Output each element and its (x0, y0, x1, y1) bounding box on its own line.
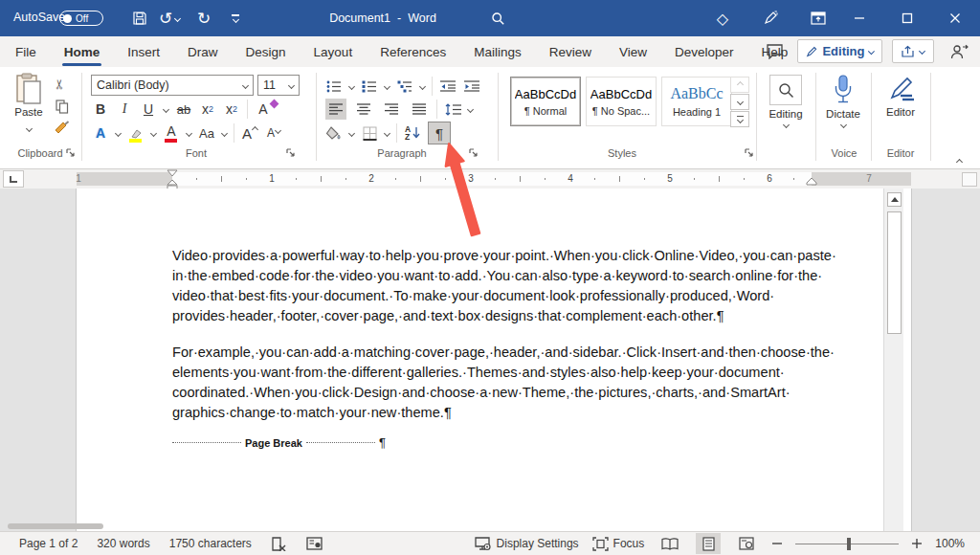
zoom-level[interactable]: 100% (935, 537, 965, 550)
superscript-button[interactable]: x2 (223, 99, 240, 120)
proofing-status-button[interactable] (271, 537, 287, 551)
first-line-indent-marker[interactable] (167, 169, 178, 177)
tab-design[interactable]: Design (244, 36, 288, 67)
zoom-in-button[interactable] (912, 539, 922, 548)
increase-indent-button[interactable] (463, 76, 480, 97)
borders-button[interactable] (361, 122, 378, 144)
subscript-button[interactable]: x2 (199, 99, 216, 120)
scroll-up-button[interactable] (887, 192, 902, 207)
underline-dropdown-chevron-icon[interactable] (163, 105, 169, 112)
text-effects-chevron-icon[interactable] (115, 129, 122, 136)
editing-group-button[interactable]: Editing (760, 75, 812, 127)
tab-view[interactable]: View (617, 36, 649, 67)
editing-mode-dropdown[interactable]: Editing (797, 39, 882, 63)
styles-scroll-up-button[interactable] (730, 77, 749, 93)
italic-button[interactable]: I (116, 99, 133, 120)
shrink-font-button[interactable]: A (265, 122, 282, 144)
cut-button[interactable]: ✂ (54, 76, 65, 93)
collapse-ribbon-button[interactable] (957, 151, 962, 168)
web-layout-button[interactable] (734, 533, 759, 554)
premium-button[interactable]: ◇ (708, 0, 737, 36)
tab-stop-selector[interactable] (3, 170, 24, 188)
justify-button[interactable] (409, 99, 430, 120)
zoom-slider-handle[interactable] (847, 538, 851, 550)
show-formatting-marks-button[interactable]: ¶ (428, 122, 451, 144)
tab-home[interactable]: Home (62, 36, 102, 67)
change-case-chevron-icon[interactable] (221, 129, 228, 136)
tab-review[interactable]: Review (547, 36, 593, 67)
tab-insert[interactable]: Insert (125, 36, 162, 67)
grow-font-button[interactable]: A (241, 122, 258, 144)
document-page[interactable]: Video·provides·a·powerful·way·to·help·yo… (77, 189, 911, 531)
close-button[interactable] (938, 0, 972, 36)
styles-scroll-down-button[interactable] (730, 94, 749, 110)
save-button[interactable] (126, 0, 153, 36)
ribbon-display-options-button[interactable] (804, 0, 833, 36)
presence-button[interactable] (949, 44, 969, 59)
comments-button[interactable] (766, 43, 784, 59)
multilevel-list-button[interactable] (396, 76, 413, 97)
styles-dialog-launcher[interactable] (744, 147, 755, 159)
copy-button[interactable] (56, 100, 69, 114)
bullets-chevron-icon[interactable] (348, 82, 355, 89)
maximize-button[interactable] (890, 0, 924, 36)
style-heading1[interactable]: AaBbCc Heading 1 (661, 77, 732, 126)
page-indicator[interactable]: Page 1 of 2 (19, 537, 78, 550)
paragraph-dialog-launcher[interactable] (468, 147, 479, 159)
print-layout-button[interactable] (696, 533, 721, 554)
right-indent-marker[interactable] (806, 177, 817, 186)
bullets-button[interactable] (325, 76, 343, 97)
character-count[interactable]: 1750 characters (169, 537, 252, 550)
multilevel-chevron-icon[interactable] (419, 82, 426, 89)
font-color-chevron-icon[interactable] (186, 129, 192, 136)
clear-formatting-button[interactable]: A (255, 99, 272, 120)
redo-button[interactable]: ↻ (191, 0, 216, 36)
font-name-combobox[interactable]: Calibri (Body) (91, 75, 254, 96)
font-size-combobox[interactable]: 11 (257, 75, 300, 96)
numbering-chevron-icon[interactable] (384, 82, 390, 89)
autosave-toggle[interactable]: Off (59, 11, 103, 26)
read-mode-button[interactable] (657, 533, 682, 554)
customize-quick-access-button[interactable] (224, 0, 247, 36)
highlight-chevron-icon[interactable] (150, 129, 157, 136)
horizontal-scrollbar-thumb[interactable] (8, 523, 103, 529)
bold-button[interactable]: B (92, 99, 109, 120)
style-normal[interactable]: AaBbCcDd ¶ Normal (510, 77, 581, 126)
paragraph-2[interactable]: For·example,·you·can·add·a·matching·cove… (172, 343, 819, 423)
tab-references[interactable]: References (378, 36, 448, 67)
tab-developer[interactable]: Developer (673, 36, 736, 67)
highlight-button[interactable] (127, 122, 145, 144)
shading-chevron-icon[interactable] (348, 129, 355, 136)
vertical-scrollbar-thumb[interactable] (887, 211, 902, 334)
font-dialog-launcher[interactable] (285, 147, 297, 159)
paragraph-1[interactable]: Video·provides·a·powerful·way·to·help·yo… (172, 246, 819, 326)
text-effects-button[interactable]: A (92, 122, 109, 144)
zoom-slider[interactable] (795, 544, 899, 544)
undo-button[interactable]: ↺ (155, 0, 184, 36)
share-button[interactable] (892, 39, 934, 63)
vertical-scrollbar[interactable] (883, 189, 903, 531)
zoom-out-button[interactable] (772, 539, 782, 548)
style-no-spacing[interactable]: AaBbCcDd ¶ No Spac... (586, 77, 657, 126)
borders-chevron-icon[interactable] (384, 129, 390, 136)
display-settings-button[interactable]: Display Settings (475, 537, 579, 551)
sort-button[interactable]: AZ (404, 122, 421, 144)
search-button[interactable] (484, 0, 511, 36)
decrease-indent-button[interactable] (439, 76, 457, 97)
font-color-button[interactable]: A (163, 122, 180, 144)
clipboard-dialog-launcher[interactable] (65, 147, 77, 159)
tab-layout[interactable]: Layout (312, 36, 355, 67)
align-right-button[interactable] (381, 99, 402, 120)
minimize-button[interactable] (842, 0, 877, 36)
line-spacing-chevron-icon[interactable] (467, 105, 474, 112)
tab-mailings[interactable]: Mailings (472, 36, 523, 67)
draw-tool-button[interactable] (756, 0, 785, 36)
tab-file[interactable]: File (13, 36, 38, 67)
focus-mode-button[interactable]: Focus (592, 537, 645, 551)
tab-draw[interactable]: Draw (186, 36, 220, 67)
underline-button[interactable]: U (140, 99, 157, 120)
line-spacing-button[interactable] (444, 99, 461, 120)
shading-button[interactable] (325, 122, 343, 144)
editor-button[interactable]: Editor (875, 75, 926, 118)
change-case-button[interactable]: Aa (198, 122, 215, 144)
